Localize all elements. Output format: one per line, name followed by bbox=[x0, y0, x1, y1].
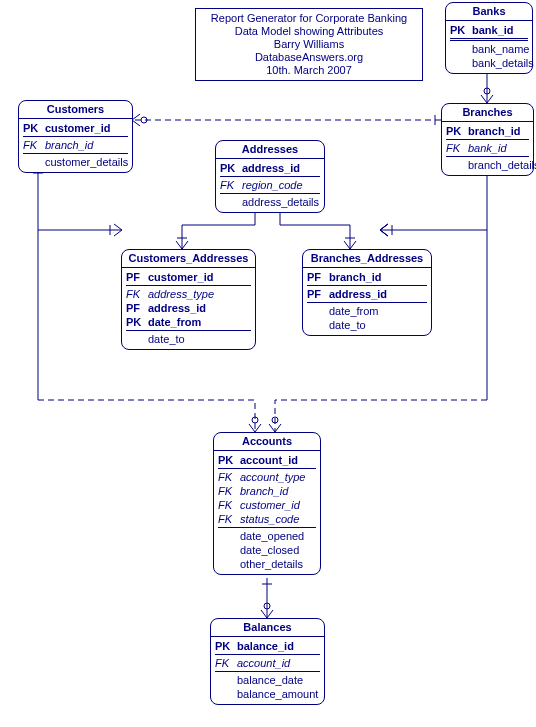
attr-name: balance_date bbox=[237, 673, 303, 687]
attr-name: customer_details bbox=[45, 155, 128, 169]
attr-row: date_opened bbox=[218, 527, 316, 543]
svg-point-25 bbox=[272, 417, 278, 423]
attr-row: FKcustomer_id bbox=[218, 498, 316, 512]
entity-title: Accounts bbox=[214, 433, 320, 451]
entity-branches-addresses: Branches_Addresses PFbranch_idPFaddress_… bbox=[302, 249, 432, 336]
attr-name: customer_id bbox=[240, 498, 300, 512]
svg-point-24 bbox=[252, 417, 258, 423]
attr-row: PKbank_id bbox=[450, 23, 528, 39]
key-type: FK bbox=[215, 656, 237, 670]
attr-row: PKdate_from bbox=[126, 315, 251, 329]
attr-row: balance_amount bbox=[215, 687, 320, 701]
info-line3: Barry Williams bbox=[206, 38, 412, 51]
key-type bbox=[23, 155, 45, 169]
diagram-stage: .l { stroke:#000080; stroke-width:1; fil… bbox=[0, 0, 536, 727]
attr-name: region_code bbox=[242, 178, 303, 192]
attr-name: account_id bbox=[237, 656, 290, 670]
attr-row: date_closed bbox=[218, 543, 316, 557]
entity-attrs: PKbalance_idFKaccount_idbalance_datebala… bbox=[211, 637, 324, 704]
attr-name: address_id bbox=[329, 287, 387, 301]
svg-point-28 bbox=[264, 603, 270, 609]
key-type: PK bbox=[126, 315, 148, 329]
key-type: PF bbox=[126, 301, 148, 315]
info-line5: 10th. March 2007 bbox=[206, 64, 412, 77]
attr-row: FKbranch_id bbox=[218, 484, 316, 498]
attr-name: other_details bbox=[240, 557, 303, 571]
attr-row: FKaccount_id bbox=[215, 656, 320, 670]
attr-row: balance_date bbox=[215, 671, 320, 687]
entity-attrs: PKbranch_idFKbank_idbranch_details bbox=[442, 122, 533, 175]
attr-row: PKaccount_id bbox=[218, 453, 316, 469]
attr-name: date_opened bbox=[240, 529, 304, 543]
svg-point-5 bbox=[141, 117, 147, 123]
attr-row: PKaddress_id bbox=[220, 161, 320, 177]
entity-accounts: Accounts PKaccount_idFKaccount_typeFKbra… bbox=[213, 432, 321, 575]
attr-name: branch_id bbox=[329, 270, 382, 284]
key-type: PK bbox=[215, 639, 237, 653]
entity-title: Balances bbox=[211, 619, 324, 637]
attr-row: PFcustomer_id bbox=[126, 270, 251, 286]
key-type bbox=[126, 332, 148, 346]
key-type: PK bbox=[446, 124, 468, 138]
attr-row: bank_name bbox=[450, 40, 528, 56]
key-type bbox=[218, 529, 240, 543]
entity-attrs: PKaccount_idFKaccount_typeFKbranch_idFKc… bbox=[214, 451, 320, 574]
entity-attrs: PKaddress_idFKregion_codeaddress_details bbox=[216, 159, 324, 212]
attr-row: FKaddress_type bbox=[126, 287, 251, 301]
key-type: FK bbox=[23, 138, 45, 152]
key-type bbox=[450, 42, 472, 56]
svg-point-2 bbox=[484, 88, 490, 94]
attr-row: other_details bbox=[218, 557, 316, 571]
key-type bbox=[215, 673, 237, 687]
entity-customers: Customers PKcustomer_idFKbranch_idcustom… bbox=[18, 100, 133, 173]
attr-row: PKbalance_id bbox=[215, 639, 320, 655]
key-type bbox=[446, 158, 468, 172]
attr-row: FKregion_code bbox=[220, 178, 320, 192]
key-type: FK bbox=[126, 287, 148, 301]
key-type bbox=[307, 318, 329, 332]
key-type bbox=[307, 304, 329, 318]
attr-name: bank_id bbox=[468, 141, 507, 155]
info-line2: Data Model showing Attributes bbox=[206, 25, 412, 38]
attr-name: bank_id bbox=[472, 23, 514, 37]
entity-title: Banks bbox=[446, 3, 532, 21]
attr-name: date_closed bbox=[240, 543, 299, 557]
attr-name: date_to bbox=[329, 318, 366, 332]
attr-row: customer_details bbox=[23, 153, 128, 169]
attr-name: address_details bbox=[242, 195, 319, 209]
key-type: FK bbox=[218, 484, 240, 498]
key-type: PF bbox=[307, 287, 329, 301]
attr-row: PFaddress_id bbox=[126, 301, 251, 315]
attr-name: account_type bbox=[240, 470, 305, 484]
key-type: PK bbox=[218, 453, 240, 467]
entity-attrs: PFcustomer_idFKaddress_typePFaddress_idP… bbox=[122, 268, 255, 349]
attr-name: status_code bbox=[240, 512, 299, 526]
entity-title: Branches bbox=[442, 104, 533, 122]
attr-name: branch_id bbox=[45, 138, 93, 152]
key-type bbox=[450, 56, 472, 70]
attr-row: PKcustomer_id bbox=[23, 121, 128, 137]
entity-attrs: PKbank_idbank_namebank_details bbox=[446, 21, 532, 73]
entity-title: Customers_Addresses bbox=[122, 250, 255, 268]
info-line4: DatabaseAnswers.org bbox=[206, 51, 412, 64]
attr-row: bank_details bbox=[450, 56, 528, 70]
info-line1: Report Generator for Corporate Banking bbox=[206, 12, 412, 25]
attr-row: FKbank_id bbox=[446, 141, 529, 155]
attr-name: account_id bbox=[240, 453, 298, 467]
attr-row: PFbranch_id bbox=[307, 270, 427, 286]
entity-banks: Banks PKbank_idbank_namebank_details bbox=[445, 2, 533, 74]
entity-attrs: PKcustomer_idFKbranch_idcustomer_details bbox=[19, 119, 132, 172]
key-type bbox=[218, 543, 240, 557]
attr-row: date_to bbox=[126, 330, 251, 346]
key-type: PK bbox=[220, 161, 242, 175]
attr-row: FKaccount_type bbox=[218, 470, 316, 484]
key-type: FK bbox=[446, 141, 468, 155]
attr-row: PKbranch_id bbox=[446, 124, 529, 140]
attr-name: branch_id bbox=[240, 484, 288, 498]
key-type: PK bbox=[23, 121, 45, 135]
attr-name: branch_id bbox=[468, 124, 521, 138]
entity-branches: Branches PKbranch_idFKbank_idbranch_deta… bbox=[441, 103, 534, 176]
key-type: PK bbox=[450, 23, 472, 37]
key-type: PF bbox=[126, 270, 148, 284]
attr-row: FKbranch_id bbox=[23, 138, 128, 152]
